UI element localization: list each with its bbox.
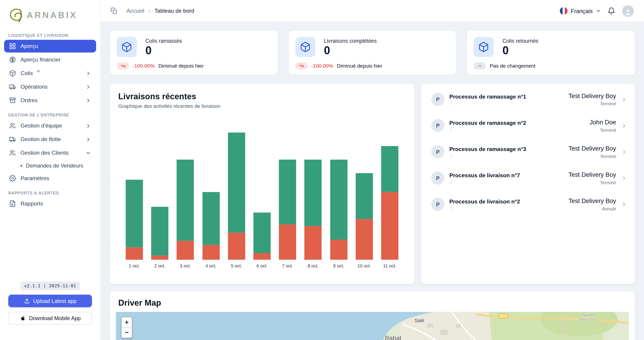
map-zoom-out-button[interactable]: − bbox=[122, 327, 132, 338]
process-row[interactable]: PProcessus de livraison n°7⋮Test Deliver… bbox=[426, 165, 630, 191]
sidebar-item-label: Colis bbox=[20, 70, 33, 76]
bar-segment-green bbox=[330, 160, 347, 239]
bar-segment-red bbox=[356, 219, 373, 260]
bar-segment-red bbox=[126, 248, 143, 260]
truck-icon bbox=[9, 83, 16, 90]
sidebar-item-colis[interactable]: Colis bbox=[4, 67, 96, 80]
grid-icon bbox=[9, 43, 16, 50]
bar-segment-green bbox=[177, 160, 194, 241]
copy-icon[interactable] bbox=[110, 7, 118, 14]
sidebar-item-gestion-de-flotte[interactable]: Gestion de flotte bbox=[4, 133, 96, 146]
bar-stack bbox=[381, 118, 398, 260]
stat-value: 0 bbox=[324, 44, 376, 57]
process-assignee: Test Delivery BoyTerminé bbox=[568, 171, 616, 185]
map-zoom-in-button[interactable]: + bbox=[122, 317, 132, 327]
brand-logo[interactable]: ARNABIX bbox=[0, 6, 100, 27]
sidebar-subitem-demandes-de-vendeurs[interactable]: Demandes de Vendeurs bbox=[4, 160, 96, 171]
bar-stack bbox=[330, 118, 347, 260]
process-row[interactable]: PProcessus de ramassage n°1⋮Test Deliver… bbox=[426, 86, 630, 112]
sidebar-item-parametres[interactable]: Paramètres bbox=[4, 172, 96, 185]
bar-category-label: 5 oct. bbox=[231, 263, 242, 268]
chart-title: Livraisons récentes bbox=[118, 92, 406, 101]
process-subtext: ⋮ bbox=[450, 101, 564, 105]
stat-change: -100.00% bbox=[132, 63, 154, 69]
stat-card-top: Colis ramassés0 bbox=[116, 37, 271, 57]
sidebar-item-label: Gestion d'équipe bbox=[20, 123, 62, 129]
sidebar-item-ordres[interactable]: Ordres bbox=[4, 94, 96, 107]
process-assignee: Test Delivery BoyTerminé bbox=[568, 145, 616, 159]
main-area: Accueil › Tableau de bord Français bbox=[101, 0, 644, 340]
bar-group: 6 oct. bbox=[254, 118, 271, 268]
user-avatar[interactable] bbox=[622, 5, 634, 17]
breadcrumb-current: Tableau de bord bbox=[154, 8, 194, 14]
sidebar-item-label: Rapports bbox=[20, 201, 43, 207]
bar-stack bbox=[356, 118, 373, 260]
notification-dot bbox=[37, 70, 39, 72]
minus-icon bbox=[478, 63, 482, 68]
bell-icon[interactable] bbox=[607, 7, 615, 15]
bar-segment-green bbox=[228, 132, 245, 233]
dashboard-app: ARNABIX LOGISTIQUE ET LIVRAISONAperçuApe… bbox=[0, 0, 644, 340]
process-avatar: P bbox=[431, 93, 444, 106]
sidebar-item-gestion-d-equipe[interactable]: Gestion d'équipe bbox=[4, 119, 96, 132]
language-selector[interactable]: Français bbox=[560, 7, 601, 15]
map-zoom-control: + − bbox=[121, 317, 132, 338]
bar-group: 3 oct. bbox=[177, 118, 194, 268]
breadcrumb-home[interactable]: Accueil bbox=[126, 8, 144, 14]
upload-app-button[interactable]: Upload Latest app bbox=[8, 295, 92, 307]
process-assignee: Test Delivery BoyTerminé bbox=[568, 92, 616, 106]
bar-category-label: 1 oct. bbox=[129, 263, 140, 268]
bar-category-label: 6 oct. bbox=[256, 263, 268, 268]
process-person-name: Test Delivery Boy bbox=[568, 145, 616, 152]
process-subtext: ⋮ bbox=[450, 206, 564, 210]
bar-segment-red bbox=[151, 256, 168, 260]
users-icon bbox=[9, 149, 16, 156]
bar-group: 5 oct. bbox=[228, 118, 245, 268]
bar-stack bbox=[279, 118, 296, 260]
process-row[interactable]: PProcessus de ramassage n°3⋮Test Deliver… bbox=[426, 139, 630, 165]
bar-group: 11 oct. bbox=[381, 118, 398, 268]
sidebar-item-gestion-des-clients[interactable]: Gestion des Clients bbox=[4, 146, 96, 159]
process-subtext: ⋮ bbox=[450, 128, 585, 131]
map-viewport[interactable]: + − Salé Rabat Agoulte Tarious Ion bbox=[116, 312, 629, 340]
stat-change-note: Diminué depuis hier bbox=[158, 63, 204, 69]
sidebar-item-rapports[interactable]: Rapports bbox=[4, 197, 96, 210]
download-app-button[interactable]: Download Mobile App bbox=[8, 312, 92, 325]
trend-down-pill bbox=[295, 62, 307, 69]
process-row[interactable]: PProcessus de ramassage n°2⋮John DoeTerm… bbox=[426, 112, 630, 139]
sidebar-item-operations[interactable]: Opérations bbox=[4, 80, 96, 93]
bar-stack bbox=[304, 118, 322, 260]
middle-row: Livraisons récentes Graphique des activi… bbox=[110, 83, 635, 284]
bar-category-label: 4 oct. bbox=[206, 263, 216, 268]
users-icon bbox=[9, 122, 16, 129]
chevron-right-icon bbox=[86, 70, 91, 76]
stat-change: -100.00% bbox=[311, 63, 333, 69]
package-icon bbox=[300, 41, 311, 52]
map-label-sale: Salé bbox=[414, 318, 424, 323]
archive-icon bbox=[9, 97, 16, 104]
stat-card-colis-retournes: Colis retournés0Pas de changement bbox=[467, 30, 635, 75]
process-status: Terminé bbox=[568, 101, 616, 106]
sidebar-item-apercu-financier[interactable]: Aperçu financier bbox=[4, 53, 96, 66]
report-icon bbox=[9, 200, 16, 207]
package-icon bbox=[478, 41, 489, 52]
top-bar-actions: Français bbox=[560, 5, 634, 17]
page-content: Colis ramassés0-100.00%Diminué depuis hi… bbox=[101, 22, 644, 340]
sidebar-item-apercu[interactable]: Aperçu bbox=[4, 40, 96, 52]
bar-segment-red bbox=[228, 233, 245, 260]
process-row[interactable]: PProcessus de livraison n°2⋮Test Deliver… bbox=[426, 191, 630, 218]
process-info: Processus de ramassage n°2⋮ bbox=[450, 120, 585, 131]
stat-label: Colis ramassés bbox=[146, 38, 182, 44]
sidebar-item-label: Gestion de flotte bbox=[20, 136, 61, 142]
recent-deliveries-card: Livraisons récentes Graphique des activi… bbox=[110, 83, 414, 284]
sidebar-section-label: RAPPORTS & ALERTES bbox=[8, 191, 92, 195]
map-label-rabat: Rabat bbox=[385, 334, 402, 340]
bar-category-label: 3 oct. bbox=[180, 263, 191, 268]
truck-icon bbox=[9, 136, 16, 143]
stat-card-text: Colis retournés0 bbox=[502, 37, 538, 57]
map-label-area2: Tarious Ion bbox=[578, 317, 596, 321]
stat-label: Livraisons complétées bbox=[324, 38, 376, 44]
sidebar-item-label: Ordres bbox=[20, 97, 38, 103]
gear-icon bbox=[9, 175, 16, 182]
stat-card-text: Livraisons complétées0 bbox=[324, 37, 376, 57]
